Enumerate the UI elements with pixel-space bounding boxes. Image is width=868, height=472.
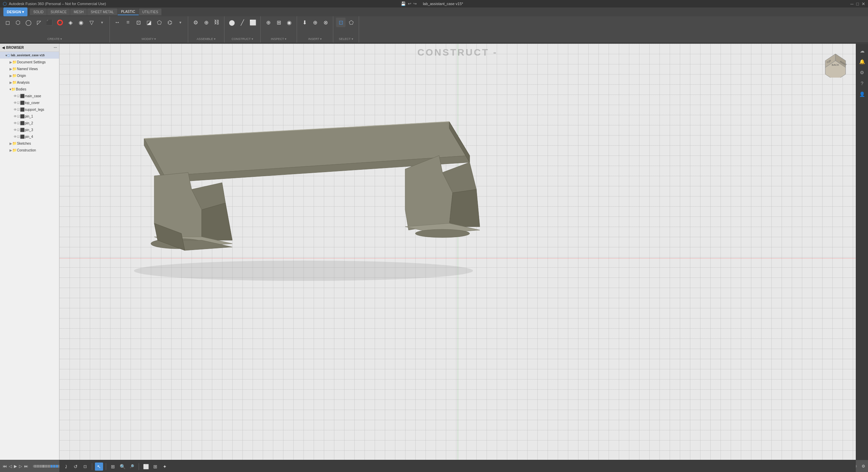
browser-item-support-legs[interactable]: 👁 ☑ ⬛ support_legs: [0, 106, 59, 113]
viewcube[interactable]: BACK TOP RIGHT: [822, 50, 849, 78]
tool-zoom-fit[interactable]: ⊞: [109, 463, 117, 471]
eye-icon[interactable]: 👁: [14, 101, 17, 105]
tool-look-at[interactable]: ⊡: [81, 463, 89, 471]
quick-redo[interactable]: ↪: [413, 1, 417, 6]
browser-item-construction[interactable]: ▶ 📁 Construction: [0, 147, 59, 153]
check-icon[interactable]: ☑: [17, 121, 20, 125]
close-btn[interactable]: ✕: [862, 1, 865, 6]
timeline-marker[interactable]: [53, 465, 55, 468]
browser-item-origin[interactable]: ▶ 📁 Origin: [0, 72, 59, 79]
tool-window-select[interactable]: ⬠: [347, 18, 356, 27]
eye-icon[interactable]: 👁: [14, 115, 17, 118]
eye-icon[interactable]: 👁: [14, 135, 17, 139]
viewport[interactable]: CONSTRUCT -: [59, 44, 856, 472]
tool-offset-plane[interactable]: ⬤: [227, 18, 237, 27]
browser-collapse[interactable]: ◀: [2, 46, 5, 49]
tool-combine[interactable]: ⌬: [165, 18, 175, 27]
minimize-btn[interactable]: ─: [850, 1, 853, 6]
browser-item-bodies[interactable]: ▾ 📁 Bodies: [0, 86, 59, 93]
tool-insert-canvas[interactable]: ⊗: [321, 18, 330, 27]
browser-item-namedviews[interactable]: ▶ 📁 Named Views: [0, 65, 59, 72]
account-icon[interactable]: 👤: [858, 90, 867, 99]
tab-plastic[interactable]: PLASTIC: [118, 8, 139, 15]
timeline-marker[interactable]: [37, 465, 39, 468]
eye-icon[interactable]: 👁: [14, 94, 17, 98]
tool-select-active[interactable]: ↖: [95, 463, 103, 471]
eye-icon[interactable]: 👁: [14, 128, 17, 132]
browser-item-pin3[interactable]: 👁 ☑ ⬛ pin_3: [0, 126, 59, 133]
tool-zoom-out[interactable]: 🔎: [128, 463, 136, 471]
timeline-settings[interactable]: ⚙: [862, 464, 865, 469]
tool-joint[interactable]: ⚙: [191, 18, 200, 27]
tool-more-modify[interactable]: ▼: [176, 18, 185, 27]
tool-snap[interactable]: ✦: [161, 463, 169, 471]
check-icon[interactable]: ☑: [17, 115, 20, 118]
tool-extrude[interactable]: ◸: [34, 18, 44, 27]
tab-surface[interactable]: SURFACE: [47, 8, 70, 15]
tool-zoom-in[interactable]: 🔍: [118, 463, 126, 471]
timeline-marker[interactable]: [45, 465, 47, 468]
tool-fillet[interactable]: ↔: [113, 18, 122, 27]
tool-display-settings[interactable]: ⬜: [142, 463, 150, 471]
cloud-icon[interactable]: ☁: [858, 46, 867, 55]
timeline-to-start[interactable]: ⏮: [3, 464, 7, 469]
browser-item-analysis[interactable]: ▶ 📁 Analysis: [0, 79, 59, 86]
eye-icon[interactable]: 👁: [14, 121, 17, 125]
tool-sphere[interactable]: ◯: [24, 18, 33, 27]
browser-item-top-cover[interactable]: 👁 ☑ ⬛ top_cover: [0, 99, 59, 106]
timeline-play[interactable]: ▶: [14, 464, 17, 469]
eye-icon[interactable]: 👁: [14, 108, 17, 111]
tool-measure[interactable]: ⊕: [263, 18, 273, 27]
check-icon[interactable]: ☑: [17, 128, 20, 132]
tool-shell[interactable]: ⊡: [134, 18, 143, 27]
tool-box[interactable]: ◻: [3, 18, 12, 27]
tab-solid[interactable]: SOLID: [30, 8, 47, 15]
maximize-btn[interactable]: □: [856, 1, 859, 6]
timeline-to-end[interactable]: ⏭: [24, 464, 28, 469]
tool-select[interactable]: ⊡: [336, 18, 346, 27]
tool-cylinder[interactable]: ⬡: [13, 18, 23, 27]
timeline-marker[interactable]: [40, 465, 42, 468]
browser-item-pin2[interactable]: 👁 ☑ ⬛ pin_2: [0, 120, 59, 126]
tool-insert-decal[interactable]: ⊕: [310, 18, 320, 27]
timeline-marker[interactable]: [34, 465, 36, 468]
tool-rib[interactable]: ◉: [76, 18, 86, 27]
tab-utilities[interactable]: UTILITIES: [139, 8, 162, 15]
tool-hole[interactable]: ▽: [87, 18, 96, 27]
check-icon[interactable]: ☑: [17, 94, 20, 98]
tool-axis[interactable]: ⬜: [248, 18, 258, 27]
timeline-marker[interactable]: [56, 465, 58, 468]
browser-item-main-case[interactable]: 👁 ☑ ⬛ main_case: [0, 93, 59, 99]
browser-item-pin1[interactable]: 👁 ☑ ⬛ pin_1: [0, 113, 59, 120]
browser-item-docsettings[interactable]: ▶ 📁 Document Settings: [0, 59, 59, 65]
timeline-next[interactable]: ▷: [19, 464, 22, 469]
help-icon[interactable]: ?: [858, 79, 867, 88]
browser-item-pin4[interactable]: 👁 ☑ ⬛ pin_4: [0, 133, 59, 140]
browser-item-sketches[interactable]: ▶ 📁 Sketches: [0, 140, 59, 147]
tool-chamfer[interactable]: ⌗: [123, 18, 133, 27]
notification-icon[interactable]: 🔔: [858, 57, 867, 66]
quick-undo[interactable]: ↩: [408, 1, 411, 6]
tool-pan[interactable]: ⤸: [62, 463, 70, 471]
tool-rigid-group[interactable]: ⛓: [212, 18, 221, 27]
tool-insert-mesh[interactable]: ⬇: [300, 18, 309, 27]
timeline-marker-active[interactable]: [51, 465, 53, 468]
check-icon[interactable]: ☑: [17, 108, 20, 111]
quick-save[interactable]: 💾: [401, 1, 406, 6]
settings-icon[interactable]: ⚙: [858, 68, 867, 77]
timeline-marker[interactable]: [48, 465, 50, 468]
tool-scale[interactable]: ⬠: [155, 18, 164, 27]
timeline-marker[interactable]: [42, 465, 44, 468]
check-icon[interactable]: ☑: [17, 135, 20, 139]
tool-loft[interactable]: ⭕: [55, 18, 65, 27]
tool-section[interactable]: ⊞: [274, 18, 283, 27]
browser-item-root[interactable]: ▾ ⬡ lab_assistant_case v15: [0, 52, 59, 59]
check-icon[interactable]: ☑: [17, 101, 20, 105]
tool-orbit[interactable]: ↺: [72, 463, 80, 471]
tool-draft[interactable]: ◪: [144, 18, 154, 27]
tool-more-create[interactable]: ▼: [97, 18, 107, 27]
tab-mesh[interactable]: MESH: [70, 8, 87, 15]
tool-joint-origin[interactable]: ⊕: [201, 18, 211, 27]
browser-settings[interactable]: ⋯: [54, 46, 57, 49]
tool-midplane[interactable]: ╱: [238, 18, 247, 27]
